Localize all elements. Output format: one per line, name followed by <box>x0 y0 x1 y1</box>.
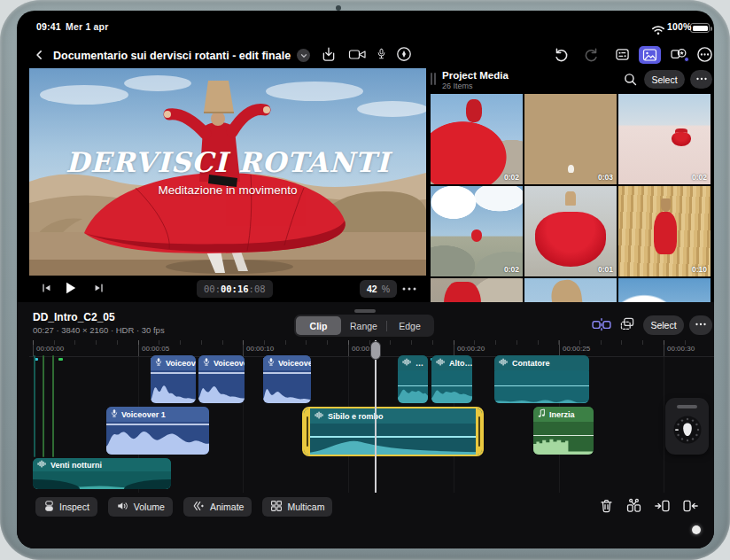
timeline-more-button[interactable] <box>689 315 712 335</box>
timeline-clip-voiceover1[interactable]: Voiceover 1 <box>106 407 209 455</box>
blade-icon <box>625 498 642 514</box>
timeline-clip-thin[interactable] <box>34 355 35 457</box>
ruler-tick: 00:00:10 <box>243 340 244 356</box>
inspect-button[interactable]: Inspect <box>35 497 97 517</box>
timeline-clip-thin[interactable] <box>52 355 54 457</box>
timeline-clip-voiceover3[interactable]: Voiceover 3 <box>263 355 311 403</box>
media-more-button[interactable] <box>690 70 712 89</box>
zoom-value: 42 <box>367 284 377 294</box>
overwrite-clip-button[interactable] <box>682 498 699 514</box>
volume-line[interactable] <box>106 424 209 425</box>
clip-duration: 0:02 <box>504 173 519 182</box>
media-browser-button[interactable] <box>639 46 661 64</box>
audio-waveform <box>106 426 209 455</box>
playhead-handle[interactable] <box>370 341 381 360</box>
volume-line[interactable] <box>198 372 245 374</box>
effects-button[interactable] <box>670 46 687 61</box>
jog-wheel[interactable] <box>665 398 709 455</box>
magnetic-timeline-button[interactable] <box>592 317 611 331</box>
timeline-clip-venti[interactable]: Venti notturni <box>33 458 171 489</box>
redo-button[interactable] <box>584 46 601 63</box>
volume-line[interactable] <box>494 385 589 387</box>
timeline-clip-audio[interactable]: … <box>398 355 428 403</box>
blade-button[interactable] <box>625 498 642 514</box>
mic-icon <box>376 46 387 62</box>
media-thumbnail[interactable]: 0:03 <box>524 94 617 184</box>
timeline-clip-thin[interactable] <box>43 355 44 457</box>
more-button[interactable] <box>696 46 713 63</box>
panel-drag-handle[interactable] <box>434 73 436 85</box>
panel-drag-handle[interactable] <box>431 73 432 85</box>
media-thumbnail[interactable] <box>618 278 711 302</box>
playhead[interactable] <box>375 340 377 493</box>
previous-frame-button[interactable] <box>40 282 53 294</box>
redo-icon <box>584 46 601 63</box>
clip-duration: 0:01 <box>598 265 613 274</box>
next-frame-button[interactable] <box>92 282 105 294</box>
import-button[interactable] <box>321 46 337 63</box>
media-thumbnail[interactable] <box>431 278 523 302</box>
project-title-menu[interactable]: Documentario sui dervisci rotanti - edit… <box>53 49 310 62</box>
audio-waveform <box>494 394 589 403</box>
undo-button[interactable] <box>552 46 569 63</box>
trash-icon <box>599 498 614 514</box>
back-button[interactable] <box>34 48 45 62</box>
timeline-select-button[interactable]: Select <box>643 315 684 335</box>
ellipsis-icon <box>695 74 708 85</box>
volume-line[interactable] <box>304 436 482 438</box>
audio-waveform <box>263 380 311 403</box>
media-thumbnail[interactable]: 0:02 <box>431 94 523 184</box>
timeline-clip-inerzia[interactable]: Inerzia <box>533 407 594 455</box>
timeline-resize-handle[interactable] <box>354 309 376 313</box>
timeline-clip-contatore[interactable]: Contatore <box>494 355 589 403</box>
clip-label: Voiceover 3 <box>278 359 311 368</box>
segment-clip[interactable]: Clip <box>296 316 341 335</box>
volume-line[interactable] <box>431 385 472 387</box>
timeline-clip-sibilo-selected[interactable]: Sibilo e rombo <box>302 407 484 456</box>
media-select-button[interactable]: Select <box>644 70 685 89</box>
inspector-button[interactable] <box>614 47 631 62</box>
trim-handle-left[interactable] <box>304 408 310 455</box>
volume-line[interactable] <box>398 385 428 387</box>
volume-line[interactable] <box>263 372 311 374</box>
timeline-clip-alto[interactable]: Alto… <box>431 355 472 403</box>
animate-button[interactable]: Animate <box>183 497 252 517</box>
mic-button[interactable] <box>376 46 387 62</box>
viewer-more-button[interactable] <box>400 283 418 295</box>
clip-label: Venti notturni <box>50 461 102 470</box>
segment-range[interactable]: Range <box>341 316 386 335</box>
pencil-button[interactable] <box>396 46 412 62</box>
trim-handle-right[interactable] <box>476 408 482 455</box>
waveform-icon <box>37 460 47 470</box>
timeline-clip-voiceover2[interactable]: Voiceover 2 <box>198 355 245 403</box>
timeline-clip-voiceover2[interactable]: Voiceover 2 <box>151 355 196 403</box>
media-thumbnail[interactable]: 0:01 <box>524 186 617 276</box>
ruler-tick: 00:00:25 <box>559 340 560 356</box>
ruler-tick: 00:00:05 <box>138 340 139 356</box>
media-thumbnail[interactable]: 0:02 <box>431 186 523 276</box>
media-thumbnail[interactable]: 0:10 <box>618 186 711 276</box>
volume-line[interactable] <box>151 372 196 374</box>
clip-label: Voiceover 2 <box>166 359 196 368</box>
timecode-main: 00:16 <box>221 284 249 294</box>
multicam-icon <box>270 500 283 514</box>
inspect-icon <box>43 500 55 514</box>
overlay-view-button[interactable] <box>619 316 635 331</box>
volume-button[interactable]: Volume <box>108 497 173 517</box>
edit-actions <box>599 498 699 514</box>
segment-edge[interactable]: Edge <box>387 316 432 335</box>
audio-waveform <box>304 435 482 455</box>
media-search-button[interactable] <box>623 72 638 87</box>
timecode-display[interactable]: 00:00:16:08 <box>197 280 273 298</box>
clip-label: Contatore <box>512 359 550 368</box>
multicam-button[interactable]: Multicam <box>262 497 332 517</box>
volume-line[interactable] <box>533 435 594 437</box>
insert-clip-button[interactable] <box>654 498 671 514</box>
delete-button[interactable] <box>599 498 614 514</box>
zoom-level-control[interactable]: 42 % <box>360 280 397 298</box>
media-thumbnail[interactable] <box>524 278 617 302</box>
camera-button[interactable] <box>348 47 367 62</box>
media-thumbnail[interactable]: 0:02 <box>618 94 711 184</box>
play-button[interactable] <box>62 279 78 297</box>
jog-drag-bar[interactable] <box>677 405 697 408</box>
